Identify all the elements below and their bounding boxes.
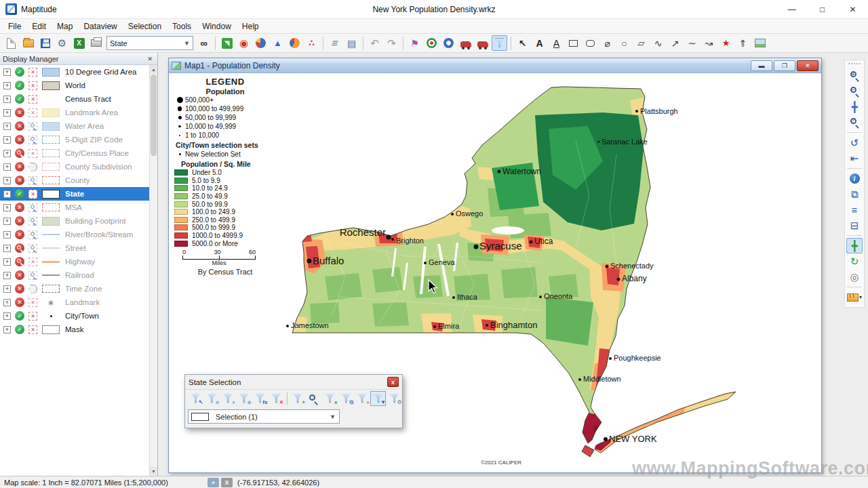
zoom-out-tool[interactable]: − (846, 83, 863, 99)
menu-tools[interactable]: Tools (167, 20, 197, 33)
selection-display-button[interactable]: ▼ (370, 391, 386, 406)
layer-row-river-brook-stream[interactable]: +✕River/Brook/Stream (0, 228, 149, 241)
expand-icon[interactable]: + (3, 190, 11, 198)
city-dot-new-york[interactable] (604, 437, 608, 441)
arrow-tool[interactable]: ↗ (667, 35, 683, 51)
info-tool[interactable]: i (846, 171, 863, 186)
coordinates-clear-button[interactable]: X (221, 478, 233, 487)
hidden-x-icon[interactable]: ✕ (15, 216, 24, 226)
scroll-up-icon[interactable]: ▲ (150, 65, 157, 74)
export-selection-button[interactable]: x (322, 391, 338, 406)
layer-style-swatch[interactable]: ∗ (42, 298, 60, 307)
city-dot-rochester[interactable] (387, 235, 391, 240)
freehand-tool[interactable]: ∿ (650, 35, 666, 51)
zoom-visibility-icon[interactable] (15, 243, 24, 253)
layer-row-landmark[interactable]: +✕✕∗Landmark (0, 296, 149, 309)
map-legend[interactable]: LEGEND Population 500,000+100,000 to 499… (174, 77, 276, 276)
label-off-icon[interactable]: ✕ (28, 149, 37, 158)
layer-row-county-subdivision[interactable]: +✕County Subdivision (0, 160, 149, 174)
multi-layer-info-tool[interactable]: ≡ (846, 202, 863, 218)
pan-tool[interactable]: ╋ (846, 99, 863, 115)
expand-icon[interactable]: + (3, 150, 11, 157)
undo-button[interactable]: ↶ (367, 35, 382, 51)
selection-set-dropdown[interactable]: Selection (1) ▼ (188, 409, 340, 424)
layer-row-5-digit-zip-code[interactable]: +✕5-Digit ZIP Code (0, 133, 149, 146)
expand-icon[interactable]: + (3, 218, 11, 225)
rectangle-tool[interactable] (566, 35, 581, 51)
layer-style-swatch[interactable] (42, 230, 60, 239)
city-dot-binghamton[interactable] (486, 324, 488, 327)
city-dot-utica[interactable] (530, 241, 533, 244)
visible-check-icon[interactable]: ✓ (15, 311, 24, 321)
print-button[interactable] (88, 35, 104, 51)
hidden-x-icon[interactable]: ✕ (15, 270, 24, 280)
refresh-labels-tool[interactable]: ↻ (846, 253, 863, 269)
layer-row-state[interactable]: +✓✕State (0, 187, 149, 201)
select-by-pointing-button[interactable]: ↖ (188, 391, 203, 406)
layer-style-swatch[interactable] (42, 68, 60, 77)
display-manager-close-icon[interactable]: ✕ (145, 56, 155, 62)
arc-tool[interactable]: ↝ (701, 35, 717, 51)
label-off-icon[interactable]: ✕ (28, 95, 37, 104)
layer-style-swatch[interactable] (42, 136, 60, 144)
radius-tool[interactable]: ⌀ (599, 35, 615, 51)
layer-style-swatch[interactable] (42, 312, 60, 321)
redo-button[interactable]: ↷ (384, 35, 399, 51)
label-off-icon[interactable]: ✕ (28, 108, 37, 117)
layer-row-water-area[interactable]: +✕Water Area (0, 119, 149, 133)
map-canvas[interactable]: PlattsburghSaranac LakeWatertownOswegoRo… (169, 73, 821, 472)
circle-tool[interactable]: ○ (616, 35, 632, 51)
layer-style-swatch[interactable] (42, 122, 60, 131)
select-by-circle-button[interactable]: ● (220, 391, 236, 406)
layers-button[interactable]: ≡ (327, 35, 342, 51)
label-off-icon[interactable]: ✕ (28, 68, 37, 77)
route-manager-button[interactable] (475, 35, 490, 51)
menu-edit[interactable]: Edit (26, 20, 52, 33)
expand-icon[interactable]: + (3, 82, 11, 89)
layer-row-time-zone[interactable]: +✕Time Zone (0, 282, 149, 296)
expand-icon[interactable]: + (3, 312, 11, 320)
layer-row-county[interactable]: +✕County (0, 174, 149, 187)
label-zoom-icon[interactable] (28, 244, 37, 253)
map-window-titlebar[interactable]: Map1 - Population Density ▬❐✕ (169, 58, 821, 73)
selection-toolbox-button[interactable] (492, 35, 507, 51)
city-dot-oswego[interactable] (451, 213, 454, 216)
layer-style-swatch[interactable] (42, 95, 60, 104)
select-by-rectangle-button[interactable]: ■ (204, 391, 220, 406)
layer-style-swatch[interactable] (42, 81, 60, 90)
city-dot-albany[interactable] (617, 278, 620, 281)
sidebar-scrollbar[interactable]: ▲ ▼ (149, 65, 157, 476)
city-dot-brighton[interactable] (391, 238, 394, 241)
layer-style-swatch[interactable] (42, 325, 60, 334)
label-tag-icon[interactable] (28, 285, 37, 293)
move-labels-tool[interactable]: ╋ (846, 238, 863, 253)
city-dot-buffalo[interactable] (307, 259, 312, 264)
zoom-visibility-icon[interactable] (15, 148, 24, 158)
visible-check-icon[interactable]: ✓ (15, 81, 24, 90)
city-dot-jamestown[interactable] (286, 325, 289, 327)
selection-dialog-close-button[interactable]: x (387, 377, 399, 387)
find-button[interactable]: ∞ (196, 35, 212, 51)
new-document-button[interactable] (3, 35, 19, 51)
legend-button[interactable]: ▤ (344, 35, 359, 51)
layer-row-census-tract[interactable]: +✓✕Census Tract (0, 92, 149, 106)
expand-icon[interactable]: + (3, 68, 11, 76)
city-dot-middletown[interactable] (578, 378, 581, 381)
layer-style-swatch[interactable] (42, 149, 60, 157)
layer-row-msa[interactable]: +✕MSA (0, 201, 149, 214)
layer-style-swatch[interactable] (42, 271, 60, 280)
layer-style-swatch[interactable] (42, 203, 60, 211)
rail-drag-handle[interactable] (848, 63, 861, 66)
label-off-icon[interactable]: ✕ (28, 298, 37, 307)
city-dot-poughkeepsie[interactable] (609, 357, 612, 360)
label-off-icon[interactable]: ✕ (28, 258, 37, 266)
rounded-rectangle-tool[interactable] (583, 35, 598, 51)
hidden-x-icon[interactable]: ✕ (15, 162, 24, 171)
label-off-icon[interactable]: ✕ (28, 190, 37, 199)
zoom-visibility-icon[interactable] (15, 257, 24, 266)
layer-row-city-town[interactable]: +✓✕City/Town (0, 309, 149, 323)
scroll-down-icon[interactable]: ▼ (150, 467, 157, 476)
menu-window[interactable]: Window (197, 20, 237, 33)
pie-theme-button[interactable] (253, 35, 269, 51)
expand-icon[interactable]: + (3, 136, 11, 144)
